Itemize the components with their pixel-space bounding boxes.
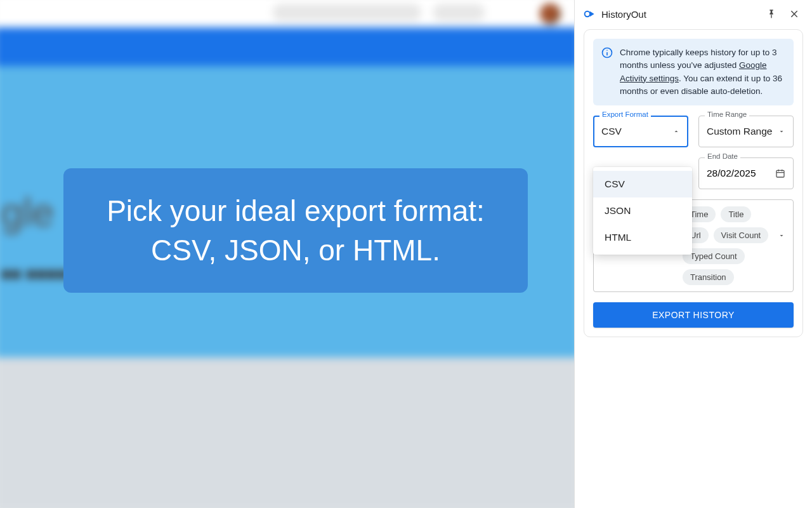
column-chip: Transition xyxy=(683,269,734,285)
export-format-label: Export Format xyxy=(599,110,651,118)
column-chip: Title xyxy=(721,206,751,222)
pin-button[interactable] xyxy=(763,5,780,23)
blurred-search xyxy=(273,4,422,21)
panel-header: HistoryOut xyxy=(575,0,812,28)
column-chip: Visit Count xyxy=(714,227,769,243)
export-format-value: CSV xyxy=(601,126,622,137)
chevron-down-icon xyxy=(778,232,785,239)
panel-body: Chrome typically keeps history for up to… xyxy=(584,29,803,337)
end-date-label: End Date xyxy=(705,152,740,160)
chevron-up-icon xyxy=(672,128,680,135)
blurred-hero-title: gle xyxy=(1,189,54,235)
blurred-chip xyxy=(433,4,485,21)
columns-chips: Time Title Url Visit Count Typed Count T… xyxy=(683,206,771,285)
time-range-select[interactable]: Custom Range xyxy=(698,116,794,147)
app-logo-icon xyxy=(584,8,596,20)
svg-point-3 xyxy=(606,50,608,51)
time-range-value: Custom Range xyxy=(707,126,772,137)
time-range-label: Time Range xyxy=(705,110,749,118)
dropdown-option-json[interactable]: JSON xyxy=(593,197,692,224)
export-format-dropdown: CSV JSON HTML xyxy=(593,167,692,255)
extension-panel: HistoryOut Chrome typically keeps histor… xyxy=(574,0,812,508)
dropdown-option-html[interactable]: HTML xyxy=(593,224,692,251)
end-date-input-wrap[interactable] xyxy=(698,157,794,189)
calendar-icon xyxy=(775,168,785,178)
info-icon xyxy=(601,46,613,59)
svg-point-0 xyxy=(585,11,590,17)
panel-title: HistoryOut xyxy=(601,9,757,20)
export-format-select[interactable]: CSV xyxy=(593,116,688,147)
promo-callout: Pick your ideal export format: CSV, JSON… xyxy=(63,168,528,293)
svg-rect-4 xyxy=(776,170,784,177)
chevron-down-icon xyxy=(778,128,785,135)
end-date-field: End Date xyxy=(698,157,794,189)
time-range-field: Time Range Custom Range xyxy=(698,116,794,147)
export-history-button[interactable]: EXPORT HISTORY xyxy=(593,302,794,328)
end-date-input[interactable] xyxy=(707,168,775,179)
export-format-field: Export Format CSV xyxy=(593,116,688,147)
info-box: Chrome typically keeps history for up to… xyxy=(593,39,794,105)
dropdown-option-csv[interactable]: CSV xyxy=(593,171,692,197)
close-button[interactable] xyxy=(785,5,803,23)
blurred-avatar xyxy=(540,3,561,24)
promo-callout-text: Pick your ideal export format: CSV, JSON… xyxy=(82,191,509,270)
